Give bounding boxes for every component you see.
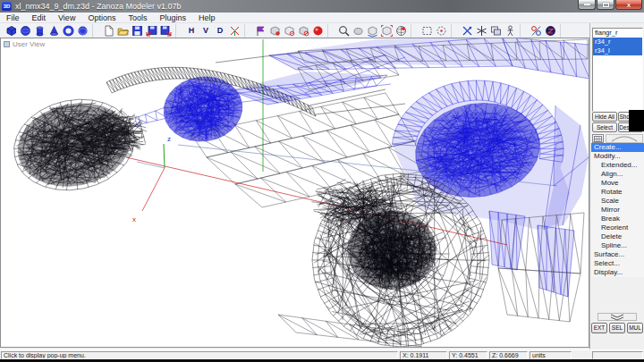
- maximize-button[interactable]: [597, 0, 614, 10]
- object-list-item[interactable]: r34_r: [593, 38, 642, 46]
- command-move[interactable]: Move: [591, 179, 644, 188]
- status-y-coordinate: Y: 0.4551: [449, 351, 487, 359]
- window-controls: x: [578, 0, 642, 10]
- maximize-icon: [603, 3, 609, 7]
- minimize-icon: [584, 4, 590, 5]
- arch-icon: [608, 135, 640, 142]
- diagonal-view-icon-glyph: D: [217, 26, 224, 35]
- menu-item-view[interactable]: View: [52, 13, 81, 23]
- object-list-item[interactable]: flangr_r: [593, 29, 642, 38]
- vertical-view-icon[interactable]: V: [199, 24, 213, 38]
- vertex-mode-icon[interactable]: [460, 24, 474, 38]
- perspective-icon[interactable]: [394, 24, 408, 38]
- open-file-icon[interactable]: [115, 24, 130, 38]
- grid-icon: [594, 136, 602, 142]
- mode-buttons: EXTSELMUL: [591, 323, 644, 333]
- primitive-cylinder-icon[interactable]: [32, 24, 47, 38]
- command-extended[interactable]: Extended...: [591, 161, 644, 170]
- menu-bar: FileEditViewOptionsToolsPluginsHelp: [0, 13, 644, 23]
- status-z-coordinate: Z: 0.6669: [489, 351, 528, 359]
- object-mode-icon[interactable]: [503, 24, 517, 38]
- import-icon[interactable]: [144, 24, 158, 38]
- object-list-item[interactable]: r34_l: [593, 46, 642, 55]
- zoom-extents-icon[interactable]: [379, 24, 394, 38]
- viewport-user-view[interactable]: zx User View: [0, 38, 589, 348]
- primitive-cone-icon[interactable]: [47, 24, 61, 38]
- zoom-icon[interactable]: [336, 24, 351, 38]
- pan-icon[interactable]: [351, 24, 365, 38]
- select-circle-icon[interactable]: [434, 24, 448, 38]
- object-list[interactable]: flangr_rr34_rr34_l: [592, 28, 643, 112]
- hide-object-icon[interactable]: [267, 24, 282, 38]
- command-rotate[interactable]: Rotate: [591, 188, 644, 197]
- status-hint: Click to display pop-up menu.: [1, 351, 398, 359]
- local-axes-icon[interactable]: [227, 24, 242, 38]
- horizontal-view-icon[interactable]: H: [184, 24, 199, 38]
- status-x-coordinate: X: 0.1911: [400, 351, 447, 359]
- toolbar-group-views: HVD: [182, 24, 245, 38]
- chevron-down-icon: [610, 314, 624, 321]
- polygon-mode-icon[interactable]: [488, 24, 503, 38]
- command-break[interactable]: Break: [591, 215, 644, 223]
- vertical-view-icon-glyph: V: [203, 26, 208, 35]
- select-all-button[interactable]: Select All: [592, 122, 617, 132]
- toolbar-group-visibility: [250, 24, 328, 38]
- status-bar: Click to display pop-up menu. X: 0.1911 …: [0, 349, 644, 359]
- hide-all-button[interactable]: Hide All: [592, 112, 617, 122]
- command-create[interactable]: Create...: [591, 143, 644, 152]
- minimize-button[interactable]: [578, 0, 596, 10]
- freeze-object-icon[interactable]: [296, 24, 310, 38]
- show-object-icon[interactable]: [282, 24, 296, 38]
- menu-item-file[interactable]: File: [0, 13, 26, 23]
- command-mirror[interactable]: Mirror: [591, 206, 644, 215]
- rollup-button[interactable]: [606, 134, 643, 143]
- command-reorient[interactable]: Reorient: [591, 223, 644, 232]
- app-icon: 3D: [2, 2, 12, 11]
- command-select[interactable]: Select...: [591, 259, 644, 268]
- mode-button-ext[interactable]: EXT: [591, 323, 607, 333]
- expand-commands-button[interactable]: [597, 313, 637, 321]
- toolbar-group-modes: [457, 24, 521, 38]
- edge-mode-icon[interactable]: [474, 24, 488, 38]
- wireframe-canvas[interactable]: zx: [1, 38, 589, 347]
- command-spline[interactable]: Spline...: [591, 241, 644, 250]
- rotate-view-icon[interactable]: [365, 24, 379, 38]
- about-icon[interactable]: [543, 24, 557, 38]
- command-delete[interactable]: Delete: [591, 232, 644, 241]
- command-list: Create...Modify...Extended...Align...Mov…: [591, 143, 644, 277]
- command-align[interactable]: Align...: [591, 170, 644, 179]
- select-quad-icon[interactable]: [419, 24, 434, 38]
- close-button[interactable]: x: [615, 0, 642, 10]
- command-scale[interactable]: Scale: [591, 197, 644, 206]
- menu-item-tools[interactable]: Tools: [122, 13, 153, 23]
- mode-button-sel[interactable]: SEL: [609, 323, 625, 333]
- save-file-icon[interactable]: [130, 24, 144, 38]
- side-panel: flangr_rr34_rr34_l Hide AllShow AllSelec…: [589, 23, 644, 349]
- menu-item-edit[interactable]: Edit: [26, 13, 53, 23]
- command-modify[interactable]: Modify...: [591, 152, 644, 161]
- menu-item-plugins[interactable]: Plugins: [153, 13, 192, 23]
- primitive-geosphere-icon[interactable]: [75, 24, 89, 38]
- svg-text:z: z: [167, 135, 171, 143]
- viewport-icon[interactable]: [4, 41, 10, 47]
- grid-toggle-button[interactable]: [592, 134, 604, 143]
- flag-icon[interactable]: [253, 24, 267, 38]
- mode-button-mul[interactable]: MUL: [627, 323, 643, 333]
- viewport-label-text: User View: [13, 40, 45, 48]
- primitive-sphere-icon[interactable]: [18, 24, 32, 38]
- uv-mapper-icon[interactable]: [529, 24, 543, 38]
- new-file-icon[interactable]: [101, 24, 115, 38]
- close-icon: x: [627, 1, 631, 9]
- toolbar-group-misc: [526, 24, 561, 38]
- menu-item-options[interactable]: Options: [81, 13, 122, 23]
- diagonal-view-icon[interactable]: D: [213, 24, 227, 38]
- command-surface[interactable]: Surface...: [591, 250, 644, 259]
- command-display[interactable]: Display...: [591, 268, 644, 277]
- toolbar-group-primitives: [1, 24, 93, 38]
- render-icon[interactable]: [310, 24, 325, 38]
- export-icon[interactable]: [158, 24, 173, 38]
- primitive-torus-icon[interactable]: [61, 24, 75, 38]
- primitive-box-icon[interactable]: [4, 24, 18, 38]
- menu-item-help[interactable]: Help: [192, 13, 222, 23]
- toolbar: HVD: [0, 23, 644, 38]
